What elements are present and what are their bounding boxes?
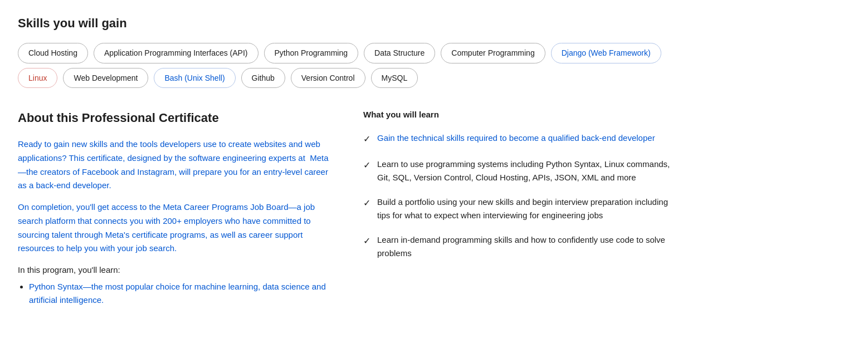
about-para-3: In this program, you'll learn:: [18, 263, 330, 277]
checkmark-icon-2: ✓: [363, 158, 370, 173]
skills-row-1: Cloud Hosting Application Programming In…: [18, 43, 850, 63]
learn-text-1: Gain the technical skills required to be…: [377, 131, 655, 145]
about-right: What you will learn ✓ Gain the technical…: [363, 108, 675, 309]
learn-text-2: Learn to use programming systems includi…: [377, 158, 675, 184]
about-section: About this Professional Certificate Read…: [18, 108, 850, 309]
about-bullet-list: Python Syntax—the most popular choice fo…: [29, 280, 330, 307]
python-link[interactable]: Python Syntax—the most popular choice fo…: [29, 282, 326, 305]
learn-item-4: ✓ Learn in-demand programming skills and…: [363, 233, 675, 260]
skill-linux[interactable]: Linux: [18, 68, 57, 88]
skill-django[interactable]: Django (Web Framework): [551, 43, 661, 63]
about-left: About this Professional Certificate Read…: [18, 108, 330, 309]
learn-item-3: ✓ Build a portfolio using your new skill…: [363, 195, 675, 222]
checkmark-icon-3: ✓: [363, 196, 370, 210]
learn-link-1[interactable]: Gain the technical skills required to be…: [377, 133, 655, 143]
skill-python[interactable]: Python Programming: [264, 43, 359, 63]
learn-item-2: ✓ Learn to use programming systems inclu…: [363, 158, 675, 184]
checkmark-icon-1: ✓: [363, 132, 370, 146]
checkmark-icon-4: ✓: [363, 234, 370, 248]
skill-bash[interactable]: Bash (Unix Shell): [154, 68, 235, 88]
about-para-2: On completion, you'll get access to the …: [18, 200, 330, 256]
skill-api[interactable]: Application Programming Interfaces (API): [94, 43, 259, 63]
learn-text-3: Build a portfolio using your new skills …: [377, 195, 675, 222]
skill-version-control[interactable]: Version Control: [291, 68, 365, 88]
skill-cloud-hosting[interactable]: Cloud Hosting: [18, 43, 88, 63]
skill-web-dev[interactable]: Web Development: [63, 68, 148, 88]
skills-title: Skills you will gain: [18, 13, 850, 33]
about-bullet-python: Python Syntax—the most popular choice fo…: [29, 280, 330, 307]
about-para-1: Ready to gain new skills and the tools d…: [18, 138, 330, 193]
skill-github[interactable]: Github: [241, 68, 285, 88]
about-title: About this Professional Certificate: [18, 108, 330, 128]
what-learn-title: What you will learn: [363, 108, 675, 121]
skill-mysql[interactable]: MySQL: [371, 68, 418, 88]
skill-computer-programming[interactable]: Computer Programming: [441, 43, 545, 63]
learn-text-4: Learn in-demand programming skills and h…: [377, 233, 675, 260]
skill-data-structure[interactable]: Data Structure: [364, 43, 435, 63]
learn-item-1: ✓ Gain the technical skills required to …: [363, 131, 675, 146]
skills-row-2: Linux Web Development Bash (Unix Shell) …: [18, 68, 850, 88]
